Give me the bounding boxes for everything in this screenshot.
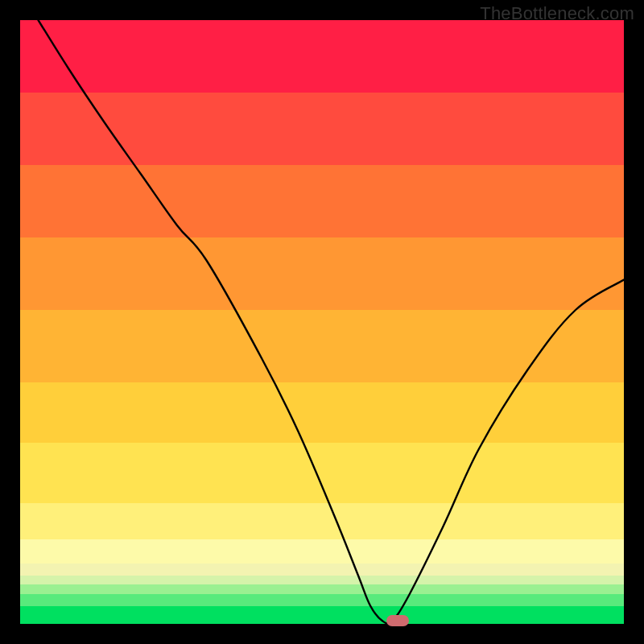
- plot-area: [20, 20, 624, 624]
- chart-frame: TheBottleneck.com: [0, 0, 644, 644]
- bottleneck-curve-path: [39, 20, 625, 623]
- curve-layer: [20, 20, 624, 624]
- optimum-marker: [386, 615, 409, 626]
- watermark-text: TheBottleneck.com: [480, 3, 634, 24]
